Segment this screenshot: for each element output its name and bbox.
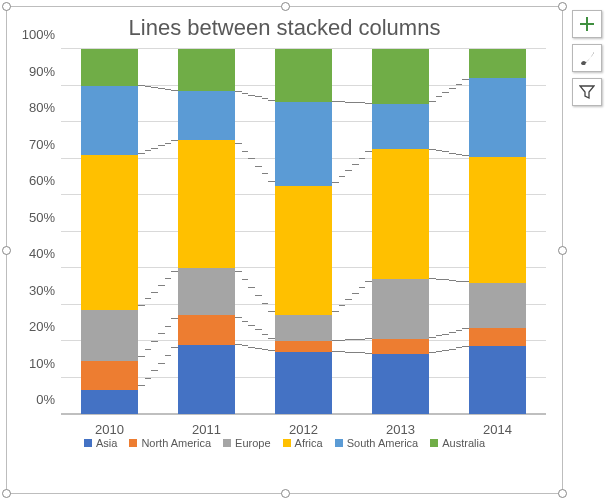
bar-segment[interactable] [275, 352, 333, 414]
plot-area[interactable]: 0%10%20%30%40%50%60%70%80%90%100% 201020… [61, 49, 546, 435]
legend-swatch [335, 439, 343, 447]
series-line [255, 166, 262, 167]
bar-segment[interactable] [469, 157, 527, 283]
series-line [151, 370, 158, 371]
legend-item[interactable]: Europe [223, 437, 270, 449]
series-line [171, 347, 178, 348]
y-tick-label: 30% [13, 282, 61, 297]
series-line [248, 287, 255, 288]
bar-segment[interactable] [275, 102, 333, 186]
chart-filters-button[interactable] [572, 78, 602, 106]
series-line [268, 181, 275, 182]
series-line [345, 102, 352, 103]
series-line [165, 355, 172, 356]
legend-label: Europe [235, 437, 270, 449]
series-line [359, 287, 366, 288]
bar-segment[interactable] [81, 49, 139, 86]
bar-segment[interactable] [372, 149, 430, 279]
bar-segment[interactable] [372, 354, 430, 414]
bar-segment[interactable] [81, 86, 139, 155]
series-line [365, 151, 372, 152]
bar-segment[interactable] [469, 328, 527, 346]
series-line [449, 349, 456, 350]
selection-handle[interactable] [281, 489, 290, 498]
bar-segment[interactable] [178, 268, 236, 315]
series-line [235, 317, 242, 318]
legend-swatch [223, 439, 231, 447]
series-line [436, 96, 443, 97]
bar-segment[interactable] [81, 361, 139, 390]
series-line [359, 158, 366, 159]
selection-handle[interactable] [558, 489, 567, 498]
legend-label: North America [141, 437, 211, 449]
selection-handle[interactable] [558, 246, 567, 255]
chart-title[interactable]: Lines between stacked columns [7, 7, 562, 45]
chart-styles-button[interactable] [572, 44, 602, 72]
series-line [332, 182, 339, 183]
legend-item[interactable]: North America [129, 437, 211, 449]
series-line [365, 353, 372, 354]
series-line [352, 293, 359, 294]
selection-handle[interactable] [558, 2, 567, 11]
bar-segment[interactable] [178, 49, 236, 91]
selection-handle[interactable] [2, 489, 11, 498]
chart-elements-button[interactable] [572, 10, 602, 38]
bar-segment[interactable] [81, 310, 139, 361]
selection-handle[interactable] [2, 246, 11, 255]
bar-segment[interactable] [178, 91, 236, 140]
stacked-bar[interactable] [275, 49, 333, 414]
series-line [462, 79, 469, 80]
bar-segment[interactable] [469, 346, 527, 414]
series-line [442, 151, 449, 152]
bar-segment[interactable] [372, 339, 430, 354]
stacked-bar[interactable] [469, 49, 527, 414]
series-line [171, 271, 178, 272]
stacked-bar[interactable] [81, 49, 139, 414]
bar-segment[interactable] [178, 315, 236, 344]
bar-segment[interactable] [372, 49, 430, 104]
legend-label: Asia [96, 437, 117, 449]
series-line [262, 173, 269, 174]
bar-segment[interactable] [469, 283, 527, 329]
y-tick-label: 40% [13, 246, 61, 261]
bar-segment[interactable] [469, 78, 527, 156]
bar-segment[interactable] [81, 390, 139, 414]
bar-segment[interactable] [372, 104, 430, 150]
bar-segment[interactable] [275, 315, 333, 341]
bar-segment[interactable] [275, 49, 333, 102]
bar-segment[interactable] [372, 279, 430, 339]
series-line [429, 337, 436, 338]
series-line [248, 325, 255, 326]
chart-object[interactable]: Lines between stacked columns 0%10%20%30… [6, 6, 563, 494]
series-line [429, 101, 436, 102]
series-line [456, 330, 463, 331]
bar-segment[interactable] [81, 155, 139, 310]
bar-segment[interactable] [275, 341, 333, 352]
series-line [339, 176, 346, 177]
selection-handle[interactable] [281, 2, 290, 11]
y-tick-label: 60% [13, 173, 61, 188]
bar-segment[interactable] [469, 49, 527, 78]
series-line [248, 158, 255, 159]
series-line [235, 143, 242, 144]
bar-segment[interactable] [275, 186, 333, 316]
series-line [158, 363, 165, 364]
selection-handle[interactable] [2, 2, 11, 11]
legend[interactable]: AsiaNorth AmericaEuropeAfricaSouth Ameri… [7, 435, 562, 455]
bar-segment[interactable] [178, 140, 236, 268]
legend-item[interactable]: Africa [283, 437, 323, 449]
legend-item[interactable]: South America [335, 437, 419, 449]
series-line [462, 155, 469, 156]
series-line [145, 298, 152, 299]
stacked-bar[interactable] [178, 49, 236, 414]
legend-item[interactable]: Asia [84, 437, 117, 449]
y-tick-label: 100% [13, 27, 61, 42]
bar-segment[interactable] [178, 345, 236, 414]
series-line [429, 352, 436, 353]
series-line [145, 349, 152, 350]
legend-item[interactable]: Australia [430, 437, 485, 449]
series-line [138, 356, 145, 357]
series-line [365, 103, 372, 104]
x-tick-label: 2010 [81, 422, 139, 437]
stacked-bar[interactable] [372, 49, 430, 414]
